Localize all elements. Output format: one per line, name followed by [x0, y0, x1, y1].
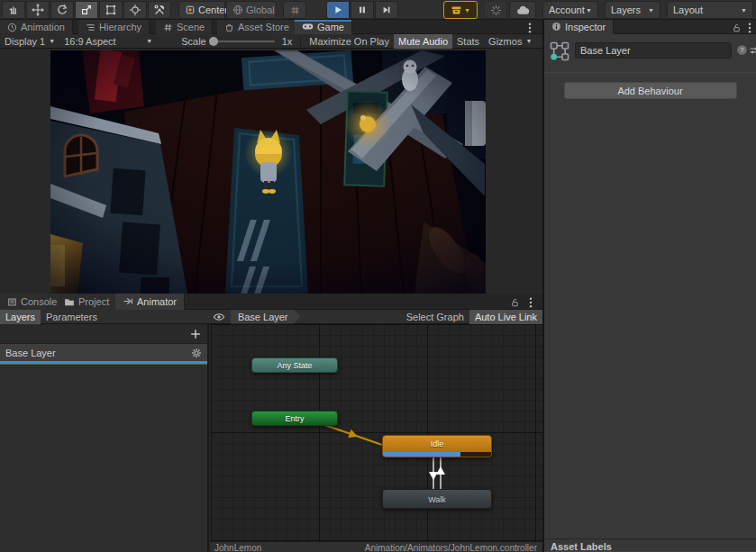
- asset-labels-title: Asset Labels: [551, 541, 612, 552]
- gizmos-label: Gizmos: [488, 36, 522, 47]
- animator-parameters-tab[interactable]: Parameters: [41, 310, 103, 324]
- maximize-on-play-toggle[interactable]: Maximize On Play: [305, 34, 394, 49]
- console-icon: [7, 297, 17, 307]
- state-node-any-state[interactable]: Any State: [251, 357, 338, 373]
- inspector-lock-button[interactable]: [732, 22, 742, 33]
- rotate-tool-button[interactable]: [50, 1, 74, 19]
- toolbar-separator: [300, 36, 301, 47]
- version-control-button[interactable]: ▼: [443, 1, 478, 19]
- aspect-dropdown[interactable]: 16:9 Aspect ▼: [59, 34, 157, 49]
- tab-hierarchy[interactable]: Hierarchy: [78, 20, 150, 34]
- tab-animator-label: Animator: [137, 296, 177, 307]
- custom-tools-icon: [153, 4, 166, 16]
- status-selected-object: JohnLemon: [214, 543, 261, 552]
- scale-value: 1x: [282, 36, 293, 47]
- grid-snapping-button[interactable]: [283, 1, 306, 19]
- pivot-mode-button[interactable]: Center: [178, 1, 225, 19]
- layout-dropdown-label: Layout: [673, 5, 703, 15]
- layers-caret-icon: ▼: [648, 7, 654, 14]
- scale-slider-knob[interactable]: [209, 37, 218, 46]
- tab-inspector-label: Inspector: [565, 22, 606, 32]
- activity-starburst-icon: [490, 5, 502, 16]
- unlock-icon: [732, 23, 742, 33]
- auto-live-link-toggle[interactable]: Auto Live Link: [469, 310, 542, 324]
- tab-project-label: Project: [78, 296, 109, 307]
- pivot-icon: [185, 5, 196, 15]
- tab-game[interactable]: Game: [295, 20, 352, 34]
- layer-row-base-layer[interactable]: Base Layer: [0, 344, 207, 361]
- tab-animation-label: Animation: [21, 22, 65, 32]
- tab-project[interactable]: Project: [57, 294, 117, 310]
- animator-panel-lock-button[interactable]: [510, 296, 520, 308]
- tab-inspector[interactable]: Inspector: [544, 20, 614, 34]
- account-dropdown[interactable]: Account ▼: [542, 1, 598, 19]
- pause-button[interactable]: [351, 1, 374, 19]
- custom-tool-button[interactable]: [148, 1, 171, 19]
- game-panel-menu-button[interactable]: [528, 22, 532, 33]
- step-button[interactable]: [375, 1, 398, 19]
- scale-slider[interactable]: [210, 41, 275, 42]
- layout-caret-icon: ▼: [741, 7, 747, 14]
- play-button[interactable]: [326, 1, 350, 19]
- animator-toolbar: Layers Parameters Base Layer Select Grap…: [0, 310, 542, 324]
- animator-panel-menu-button[interactable]: [529, 296, 533, 308]
- layer-settings-gear-icon[interactable]: [191, 348, 202, 358]
- tab-game-label: Game: [317, 22, 344, 32]
- animator-layers-panel: Base Layer: [0, 324, 209, 552]
- stats-toggle[interactable]: Stats: [452, 34, 484, 49]
- hand-tool-button[interactable]: [2, 1, 25, 19]
- tab-scene[interactable]: Scene: [156, 20, 213, 34]
- progress-activity-button[interactable]: [484, 1, 507, 19]
- help-icon[interactable]: ?: [736, 44, 748, 56]
- rect-icon: [105, 4, 117, 16]
- layer-name-field[interactable]: [575, 42, 732, 59]
- rect-tool-button[interactable]: [99, 1, 123, 19]
- tab-animator[interactable]: Animator: [115, 294, 185, 310]
- inspector-header: ?: [544, 34, 756, 72]
- game-window-tabbar: Animation Hierarchy Scene Asset Store Ga…: [0, 20, 542, 34]
- transform-icon: [129, 4, 141, 16]
- animator-parameters-label: Parameters: [46, 312, 97, 322]
- layout-dropdown[interactable]: Layout ▼: [667, 1, 753, 19]
- layers-dropdown[interactable]: Layers ▼: [605, 1, 660, 19]
- state-node-walk[interactable]: Walk: [382, 489, 492, 509]
- hand-icon: [7, 4, 20, 16]
- game-render-viewport[interactable]: [50, 50, 486, 294]
- layer-weight-bar-shadow: [0, 364, 207, 365]
- account-dropdown-label: Account: [549, 5, 585, 15]
- state-node-idle[interactable]: Idle: [382, 435, 492, 457]
- inspector-menu-button[interactable]: [748, 22, 751, 33]
- mute-audio-toggle[interactable]: Mute Audio: [394, 34, 452, 49]
- cloud-services-button[interactable]: [509, 1, 536, 19]
- animator-layers-tab[interactable]: Layers: [0, 310, 41, 324]
- breadcrumb-base-layer[interactable]: Base Layer: [231, 310, 301, 324]
- display-dropdown[interactable]: Display 1 ▼: [0, 34, 59, 49]
- unity-editor-window: Center Global ▼ Account ▼: [0, 0, 756, 552]
- state-machine-icon: [549, 41, 570, 62]
- state-machine-graph[interactable]: Any State Entry Idle Walk JohnLemon Anim…: [211, 324, 542, 552]
- state-node-entry[interactable]: Entry: [251, 411, 338, 426]
- presets-icon[interactable]: [749, 45, 756, 56]
- kebab-menu-icon: [529, 297, 533, 308]
- hierarchy-list-icon: [86, 23, 96, 32]
- add-behaviour-button[interactable]: Add Behaviour: [564, 82, 737, 99]
- eye-icon[interactable]: [213, 312, 225, 321]
- walk-label: Walk: [428, 495, 446, 504]
- entry-label: Entry: [285, 414, 304, 423]
- transform-tool-button[interactable]: [123, 1, 147, 19]
- tab-asset-store[interactable]: Asset Store: [217, 20, 297, 34]
- asset-labels-header[interactable]: Asset Labels: [544, 538, 756, 552]
- select-graph-button[interactable]: Select Graph: [401, 310, 469, 324]
- game-view-panel: [0, 49, 542, 294]
- add-layer-button[interactable]: [189, 328, 202, 340]
- idle-playback-progress-fill: [383, 452, 460, 457]
- move-tool-button[interactable]: [26, 1, 50, 19]
- tab-animation[interactable]: Animation: [0, 20, 73, 34]
- orientation-mode-button[interactable]: Global: [226, 1, 277, 19]
- svg-text:?: ?: [740, 46, 743, 54]
- grid-snap-icon: [289, 5, 301, 16]
- tab-console[interactable]: Console: [0, 294, 65, 310]
- scale-tool-button[interactable]: [75, 1, 98, 19]
- gizmos-dropdown[interactable]: Gizmos ▼: [484, 34, 536, 49]
- globe-icon: [232, 5, 243, 15]
